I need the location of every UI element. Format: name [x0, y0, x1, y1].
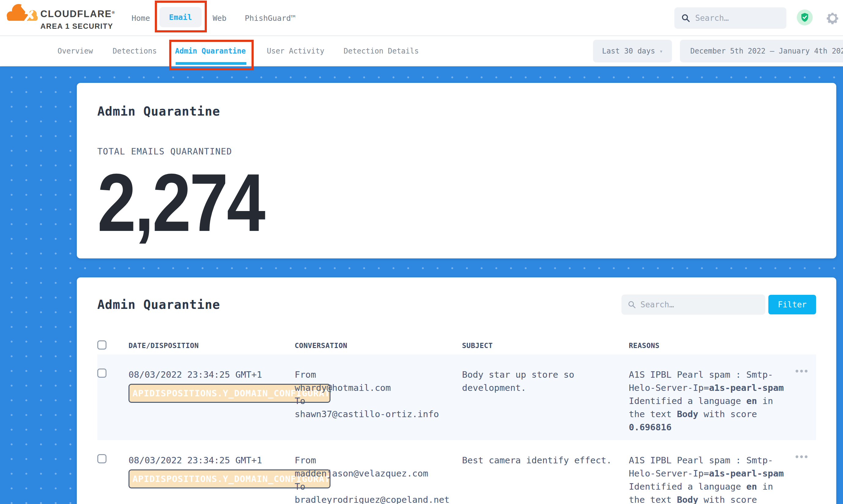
- row-conversation: From maddenjason@velazquez.com To bradle…: [295, 440, 462, 504]
- shield-check-icon: [800, 13, 809, 22]
- conversation-from-address: whardy@hotmail.com: [295, 381, 459, 395]
- table-row: 08/03/2022 23:34:25 GMT+1 APIDISPOSITION…: [97, 355, 816, 440]
- tab-overview[interactable]: Overview: [57, 36, 93, 66]
- select-all-checkbox[interactable]: [97, 340, 106, 349]
- table-search[interactable]: [621, 294, 765, 315]
- page-background: Admin Quarantine TOTAL EMAILS QUARANTINE…: [0, 66, 843, 504]
- row-conversation: From whardy@hotmail.com To shawn37@casti…: [295, 355, 462, 440]
- conversation-to-address: bradleyrodriguez@copeland.net: [295, 493, 459, 504]
- period-selector[interactable]: Last 30 days ▾: [593, 40, 672, 62]
- global-search-input[interactable]: [695, 14, 778, 23]
- tab-detection-details[interactable]: Detection Details: [344, 36, 419, 66]
- conversation-to-label: To: [295, 480, 459, 493]
- conversation-from-address: maddenjason@velazquez.com: [295, 467, 459, 480]
- search-icon: [681, 14, 690, 23]
- row-actions-ellipsis-icon[interactable]: [795, 370, 808, 373]
- gear-icon[interactable]: [826, 11, 840, 25]
- brand-subtitle: AREA 1 SECURITY: [40, 22, 116, 31]
- chevron-down-icon: ▾: [660, 48, 663, 54]
- nav-item-home[interactable]: Home: [131, 0, 150, 36]
- row-subject: Best camera identify effect.: [462, 440, 629, 504]
- total-quarantined-value: 2,274: [97, 161, 708, 244]
- column-header-conversation: CONVERSATION: [295, 342, 462, 349]
- date-range-text: December 5th 2022 — January 4th 2023: [690, 47, 843, 55]
- security-status-badge[interactable]: [797, 10, 813, 25]
- column-header-date: DATE/DISPOSITION: [128, 342, 295, 349]
- row-subject: Body star up store so development.: [462, 355, 629, 440]
- row-reasons: A1S IPBL Pearl spam : Smtp-Helo-Server-I…: [629, 355, 795, 440]
- row-date: 08/03/2022 23:34:25 GMT+1: [128, 454, 295, 467]
- email-subnav: Overview Detections Admin Quarantine Use…: [0, 36, 843, 66]
- filter-button[interactable]: Filter: [768, 295, 816, 314]
- nav-item-web[interactable]: Web: [213, 0, 226, 36]
- nav-item-email[interactable]: Email: [159, 7, 201, 27]
- cloudflare-logo[interactable]: CLOUDFLARE® AREA 1 SECURITY: [5, 2, 140, 34]
- tab-detections[interactable]: Detections: [112, 36, 157, 66]
- quarantine-summary-card: Admin Quarantine TOTAL EMAILS QUARANTINE…: [77, 83, 836, 258]
- table-card-title: Admin Quarantine: [97, 298, 621, 312]
- conversation-to-label: To: [295, 395, 459, 408]
- nav-item-phishguard[interactable]: PhishGuard™: [245, 0, 296, 36]
- period-selector-label: Last 30 days: [602, 47, 655, 55]
- global-search[interactable]: [674, 7, 786, 29]
- total-quarantined-label: TOTAL EMAILS QUARANTINED: [97, 146, 816, 157]
- column-header-subject: SUBJECT: [462, 342, 629, 349]
- row-checkbox[interactable]: [97, 454, 106, 463]
- tab-user-activity[interactable]: User Activity: [267, 36, 324, 66]
- column-header-reasons: REASONS: [629, 342, 795, 349]
- search-icon: [628, 300, 636, 309]
- date-range-display[interactable]: December 5th 2022 — January 4th 2023: [680, 40, 843, 62]
- table-row: 08/03/2022 23:34:25 GMT+1 APIDISPOSITION…: [97, 440, 816, 504]
- app-header: CLOUDFLARE® AREA 1 SECURITY Home Email W…: [0, 0, 843, 36]
- table-header-row: DATE/DISPOSITION CONVERSATION SUBJECT RE…: [97, 337, 816, 355]
- cloudflare-cloud-icon: [5, 2, 39, 22]
- row-date: 08/03/2022 23:34:25 GMT+1: [128, 368, 295, 381]
- conversation-to-address: shawn37@castillo-ortiz.info: [295, 408, 459, 421]
- quarantine-table-card: Admin Quarantine Filter DATE/DISPOSITION…: [77, 277, 836, 504]
- table-search-input[interactable]: [640, 300, 744, 309]
- row-actions-ellipsis-icon[interactable]: [795, 455, 808, 458]
- registered-mark: ®: [112, 10, 116, 15]
- tab-admin-quarantine[interactable]: Admin Quarantine: [175, 36, 246, 66]
- row-reasons: A1S IPBL Pearl spam : Smtp-Helo-Server-I…: [629, 440, 795, 504]
- conversation-from-label: From: [295, 454, 459, 467]
- brand-name: CLOUDFLARE®: [40, 8, 116, 20]
- row-checkbox[interactable]: [97, 368, 106, 378]
- brand-text: CLOUDFLARE® AREA 1 SECURITY: [40, 8, 116, 31]
- summary-card-title: Admin Quarantine: [97, 104, 816, 118]
- conversation-from-label: From: [295, 368, 459, 381]
